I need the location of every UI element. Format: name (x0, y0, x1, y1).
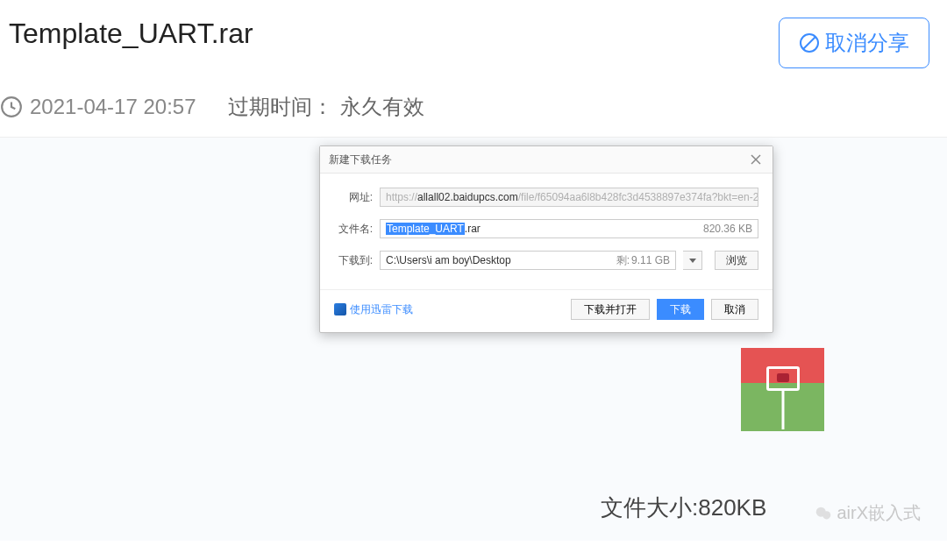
meta-row: 2021-04-17 20:57 过期时间： 永久有效 (0, 77, 947, 138)
archive-icon (741, 348, 824, 431)
download-label: 下载 (670, 302, 691, 317)
filename-row: 文件名: Template_UART.rar 820.36 KB (334, 219, 758, 238)
chevron-down-icon (689, 257, 696, 264)
cancel-share-label: 取消分享 (825, 29, 909, 57)
dialog-header: 新建下载任务 (320, 146, 773, 174)
filename-size: 820.36 KB (703, 223, 752, 235)
download-and-open-label: 下载并打开 (584, 302, 637, 317)
url-row: 网址: https://allall02.baidupcs.com/file/f… (334, 188, 758, 207)
clock-icon (0, 96, 23, 118)
saveto-row: 下载到: C:\Users\i am boy\Desktop 剩: 9.11 G… (334, 251, 758, 270)
close-icon (751, 154, 761, 165)
page-header: Template_UART.rar 取消分享 (0, 0, 947, 77)
ban-icon (799, 32, 820, 53)
watermark: airX嵌入式 (814, 501, 921, 525)
saveto-input[interactable]: C:\Users\i am boy\Desktop 剩: 9.11 GB (380, 251, 676, 270)
expire-value: 永久有效 (340, 93, 424, 121)
browse-label: 浏览 (726, 253, 747, 268)
url-prefix: https:// (386, 191, 417, 203)
dialog-title: 新建下载任务 (329, 152, 392, 167)
download-and-open-button[interactable]: 下载并打开 (571, 299, 650, 320)
xunlei-link[interactable]: 使用迅雷下载 (334, 302, 413, 317)
expire-label: 过期时间： (228, 93, 333, 121)
dialog-body: 网址: https://allall02.baidupcs.com/file/f… (320, 174, 773, 289)
file-block: 文件大小:820KB (741, 348, 824, 484)
svg-marker-7 (689, 259, 696, 263)
filename-ext: .rar (465, 223, 481, 235)
filename-input[interactable]: Template_UART.rar 820.36 KB (380, 219, 758, 238)
cancel-share-button[interactable]: 取消分享 (779, 18, 929, 68)
filename-label: 文件名: (334, 222, 373, 237)
url-rest: /file/f65094aa6l8b428fc3d4538897e374fa?b… (518, 191, 758, 203)
browse-button[interactable]: 浏览 (715, 251, 758, 270)
page-title: Template_UART.rar (9, 18, 253, 50)
svg-line-1 (803, 37, 815, 49)
saveto-label: 下载到: (334, 253, 373, 268)
timestamp: 2021-04-17 20:57 (30, 95, 196, 119)
file-size-value: 820KB (698, 494, 766, 521)
url-host: allall02.baidupcs.com (417, 191, 518, 203)
saveto-dropdown-button[interactable] (683, 251, 702, 270)
disk-remain-label: 剩: (616, 253, 630, 268)
filename-selected: Template_UART (386, 223, 465, 235)
xunlei-icon (334, 303, 346, 315)
watermark-text: airX嵌入式 (837, 501, 921, 525)
download-dialog: 新建下载任务 网址: https://allall02.baidupcs.com… (319, 145, 773, 333)
saveto-path: C:\Users\i am boy\Desktop (386, 254, 511, 266)
file-size-label: 文件大小: (601, 494, 698, 521)
url-label: 网址: (334, 190, 373, 205)
file-size-line: 文件大小:820KB (601, 493, 766, 523)
dialog-close-button[interactable] (748, 152, 764, 167)
download-button[interactable]: 下载 (657, 299, 704, 320)
url-input[interactable]: https://allall02.baidupcs.com/file/f6509… (380, 188, 758, 207)
wechat-icon (814, 504, 833, 523)
cancel-label: 取消 (724, 302, 745, 317)
cancel-button[interactable]: 取消 (711, 299, 758, 320)
xunlei-label: 使用迅雷下载 (350, 302, 413, 317)
disk-remain-value: 9.11 GB (631, 254, 670, 266)
svg-point-4 (823, 511, 831, 519)
dialog-footer: 使用迅雷下载 下载并打开 下载 取消 (320, 289, 773, 332)
